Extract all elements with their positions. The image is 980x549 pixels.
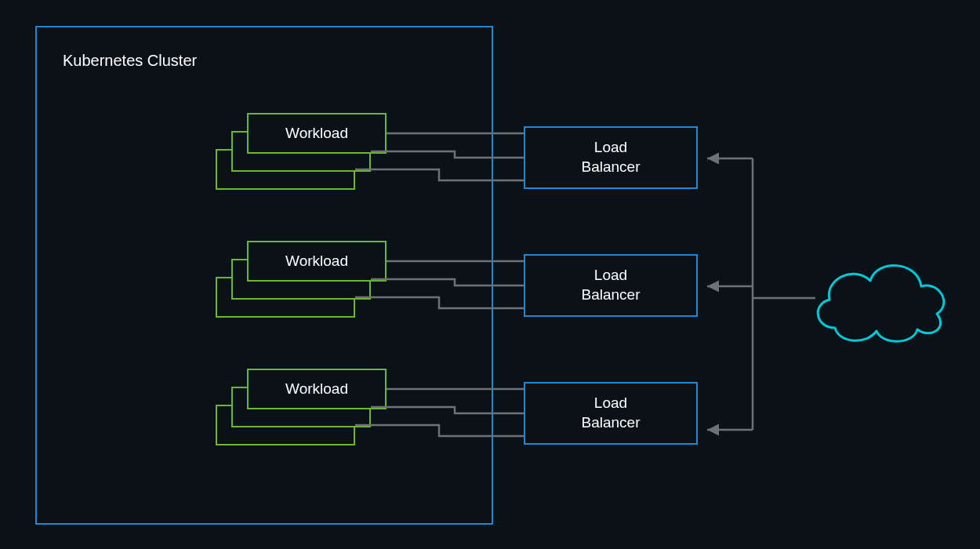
cluster-title: Kubernetes Cluster	[63, 52, 197, 70]
workload-card-front: Workload	[247, 241, 387, 282]
cloud-icon	[818, 266, 944, 342]
workload-stack-3: Workload	[216, 369, 387, 445]
workload-stack-2: Workload	[216, 241, 387, 318]
workload-stack-1: Workload	[216, 113, 387, 190]
load-balancer-1: Load Balancer	[524, 126, 698, 189]
load-balancer-3: Load Balancer	[524, 382, 698, 445]
workload-card-front: Workload	[247, 369, 387, 409]
workload-label: Workload	[249, 125, 385, 142]
load-balancer-2: Load Balancer	[524, 254, 698, 317]
workload-label: Workload	[249, 253, 385, 270]
workload-card-front: Workload	[247, 113, 387, 154]
workload-label: Workload	[249, 380, 385, 398]
